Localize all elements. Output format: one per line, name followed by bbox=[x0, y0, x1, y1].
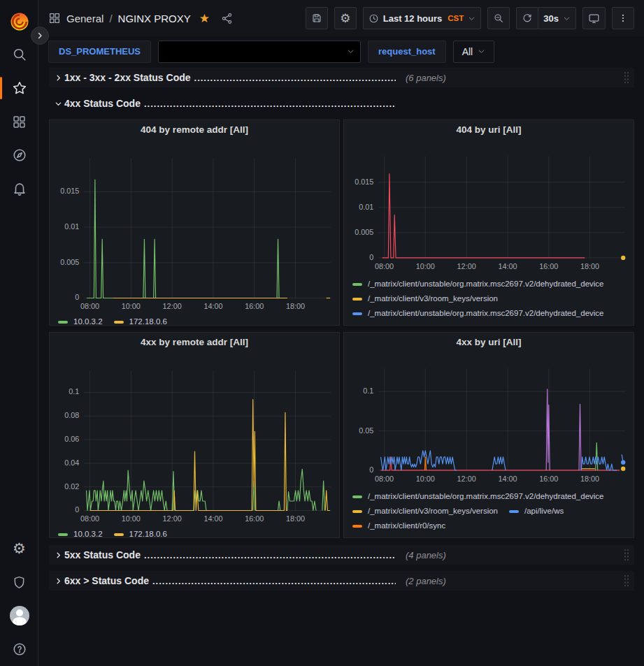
svg-text:10:00: 10:00 bbox=[122, 302, 141, 310]
panel-title[interactable]: 4xx by uri [All] bbox=[344, 333, 634, 351]
sidebar-expand-button[interactable] bbox=[31, 27, 49, 45]
save-dashboard-button[interactable] bbox=[306, 7, 328, 29]
timeseries-chart[interactable]: 00.0050.010.01508:0010:0012:0014:0016:00… bbox=[344, 138, 634, 275]
sidebar-item-help[interactable] bbox=[0, 632, 38, 666]
tv-mode-button[interactable] bbox=[582, 7, 606, 29]
svg-text:18:00: 18:00 bbox=[580, 262, 599, 270]
request-host-variable-label[interactable]: request_host bbox=[368, 41, 446, 63]
panel-legend: 10.0.3.2172.18.0.6 bbox=[50, 313, 339, 326]
panel-title[interactable]: 4xx by remote addr [All] bbox=[50, 333, 339, 351]
request-host-selected: All bbox=[462, 46, 473, 57]
row-title-wrap: 1xx - 3xx - 2xx Status Code ............… bbox=[64, 72, 396, 83]
legend-item[interactable]: /_matrix/client/v3/room_keys/version bbox=[352, 504, 498, 519]
dashboard-settings-button[interactable]: ⚙ bbox=[334, 7, 357, 29]
legend-item[interactable]: /_matrix/client/unstable/org.matrix.msc2… bbox=[352, 489, 604, 504]
svg-text:0.05: 0.05 bbox=[359, 426, 373, 435]
svg-text:0.1: 0.1 bbox=[363, 386, 373, 395]
svg-text:16:00: 16:00 bbox=[245, 514, 264, 523]
row-drag-handle[interactable] bbox=[623, 71, 630, 85]
datasource-variable-label[interactable]: DS_PROMETHEUS bbox=[48, 41, 151, 63]
legend-label: 10.0.3.2 bbox=[73, 527, 103, 538]
sidebar-item-search[interactable] bbox=[0, 38, 38, 71]
svg-text:16:00: 16:00 bbox=[539, 475, 558, 483]
row-title: 4xx Status Code bbox=[64, 98, 141, 109]
panel-title[interactable]: 404 by remote addr [All] bbox=[50, 120, 339, 138]
sidebar-item-server-admin[interactable] bbox=[0, 565, 38, 599]
row-1xx-3xx-2xx[interactable]: 1xx - 3xx - 2xx Status Code ............… bbox=[49, 68, 634, 87]
row-5xx[interactable]: 5xx Status Code ........................… bbox=[49, 545, 634, 565]
refresh-icon bbox=[522, 13, 533, 24]
row-drag-handle[interactable] bbox=[623, 574, 630, 588]
legend-label: /_matrix/client/r0/sync bbox=[368, 519, 445, 533]
clock-icon bbox=[368, 13, 379, 24]
more-options-button[interactable] bbox=[612, 7, 634, 29]
chevron-down-icon bbox=[52, 100, 64, 108]
svg-text:08:00: 08:00 bbox=[375, 475, 394, 483]
refresh-button[interactable] bbox=[516, 7, 538, 29]
row-6xx[interactable]: 6xx > Status Code ......................… bbox=[49, 571, 634, 591]
svg-text:0.01: 0.01 bbox=[64, 222, 79, 231]
legend-item[interactable]: /_matrix/client/v3/room_keys/version bbox=[352, 321, 498, 326]
svg-text:0.005: 0.005 bbox=[60, 258, 79, 266]
legend-item[interactable]: /_matrix/client/v3/room_keys/version bbox=[352, 291, 498, 306]
timeseries-chart[interactable]: 00.020.040.060.080.108:0010:0012:0014:00… bbox=[50, 351, 339, 526]
row-title: 6xx > Status Code bbox=[64, 575, 149, 586]
panel-legend: /_matrix/client/unstable/org.matrix.msc2… bbox=[344, 488, 634, 538]
sidebar-item-alerting[interactable] bbox=[0, 172, 38, 205]
legend-swatch bbox=[114, 321, 124, 324]
timezone-label: CST bbox=[448, 14, 464, 22]
timeseries-chart[interactable]: 00.050.108:0010:0012:0014:0016:0018:00 bbox=[344, 351, 634, 488]
legend-swatch bbox=[114, 533, 124, 536]
panel-grid: 404 by remote addr [All] 00.0050.010.015… bbox=[49, 120, 634, 538]
breadcrumb-separator: / bbox=[109, 13, 112, 24]
legend-item[interactable]: /_matrix/client/r0/sync bbox=[352, 519, 445, 533]
page-title[interactable]: NGINX PROXY bbox=[118, 13, 191, 24]
compass-icon bbox=[12, 147, 27, 163]
legend-swatch bbox=[352, 525, 362, 528]
row-panel-count: (4 panels) bbox=[406, 550, 446, 560]
refresh-interval-picker[interactable]: 30s bbox=[538, 7, 576, 29]
legend-item[interactable]: 10.0.3.2 bbox=[58, 314, 103, 326]
kebab-menu-icon bbox=[618, 13, 628, 24]
legend-item[interactable]: /api/live/ws bbox=[509, 504, 564, 519]
breadcrumb-section[interactable]: General bbox=[66, 13, 103, 24]
zoom-out-time-button[interactable] bbox=[487, 7, 510, 29]
sidebar-item-profile[interactable] bbox=[0, 599, 38, 632]
sidebar-item-explore[interactable] bbox=[0, 138, 38, 172]
legend-item[interactable]: /sw.js bbox=[509, 321, 544, 326]
svg-text:14:00: 14:00 bbox=[498, 262, 517, 270]
dashboard-variables-bar: DS_PROMETHEUS request_host All bbox=[38, 36, 644, 66]
legend-swatch bbox=[58, 533, 68, 536]
sidebar-item-configuration[interactable]: ⚙ bbox=[0, 532, 38, 565]
svg-text:10:00: 10:00 bbox=[416, 262, 435, 270]
timeseries-chart[interactable]: 00.0050.010.01508:0010:0012:0014:0016:00… bbox=[50, 138, 339, 313]
time-range-picker[interactable]: Last 12 hours CST bbox=[363, 7, 482, 29]
breadcrumb: General / NGINX PROXY ★ bbox=[48, 11, 233, 26]
legend-label: /_matrix/client/unstable/org.matrix.msc2… bbox=[368, 533, 604, 538]
svg-text:14:00: 14:00 bbox=[498, 475, 517, 483]
row-4xx[interactable]: 4xx Status Code ........................… bbox=[49, 94, 634, 113]
share-icon[interactable] bbox=[221, 13, 233, 24]
favorite-star-icon[interactable]: ★ bbox=[199, 11, 210, 26]
legend-item[interactable]: /_matrix/client/unstable/org.matrix.msc2… bbox=[352, 533, 604, 538]
svg-text:12:00: 12:00 bbox=[457, 262, 476, 270]
legend-item[interactable]: /_matrix/client/unstable/org.matrix.msc2… bbox=[352, 277, 604, 291]
row-title: 5xx Status Code bbox=[64, 549, 141, 560]
request-host-variable-value[interactable]: All bbox=[453, 41, 495, 63]
sidebar-item-dashboards[interactable] bbox=[0, 105, 38, 138]
legend-item[interactable]: 172.18.0.6 bbox=[114, 527, 167, 538]
legend-item[interactable]: 172.18.0.6 bbox=[114, 314, 167, 326]
datasource-variable-value-redacted[interactable] bbox=[158, 41, 361, 63]
row-panel-count: (2 panels) bbox=[406, 576, 446, 586]
sidebar-item-starred[interactable] bbox=[0, 71, 38, 105]
row-drag-handle[interactable] bbox=[623, 548, 630, 562]
legend-swatch bbox=[352, 298, 362, 301]
chevron-down-icon bbox=[468, 15, 475, 22]
monitor-icon bbox=[588, 13, 600, 24]
row-title-wrap: 5xx Status Code ........................… bbox=[64, 549, 396, 560]
panel-title[interactable]: 404 by uri [All] bbox=[344, 120, 634, 138]
legend-item[interactable]: /_matrix/client/unstable/org.matrix.msc2… bbox=[352, 306, 604, 321]
gear-icon: ⚙ bbox=[13, 542, 26, 556]
chevron-right-icon bbox=[52, 577, 64, 585]
legend-item[interactable]: 10.0.3.2 bbox=[58, 527, 103, 538]
